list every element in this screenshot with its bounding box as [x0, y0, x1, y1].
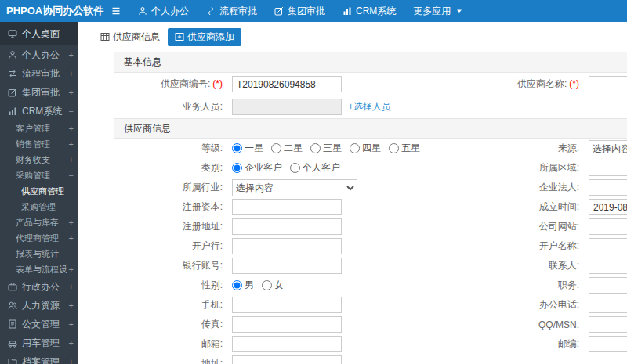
tab-supplier-add[interactable]: 供应商添加	[168, 28, 241, 46]
expand-toggle-icon[interactable]: +	[69, 357, 74, 364]
radio-input[interactable]	[262, 280, 272, 290]
sidebar-item-customer-management[interactable]: 客户管理+	[0, 121, 78, 136]
field-label: 联系人:	[475, 259, 589, 272]
expand-toggle-icon[interactable]: +	[69, 233, 74, 243]
expand-toggle-icon[interactable]: +	[69, 282, 74, 291]
position-input[interactable]	[589, 277, 627, 294]
expand-toggle-icon[interactable]: +	[69, 69, 74, 78]
radio-grade-3[interactable]: 三星	[310, 142, 342, 155]
radio-input[interactable]	[310, 143, 321, 153]
sidebar-item-personal-office[interactable]: 个人办公+	[0, 45, 78, 64]
address-input[interactable]	[232, 355, 342, 364]
sidebar-item-agent-management[interactable]: 代理商管理+	[0, 230, 78, 246]
radio-grade-1[interactable]: 一星	[232, 142, 263, 155]
tab-supplier-info[interactable]: 供应商信息	[100, 31, 160, 44]
sidebar-item-document-management[interactable]: 公文管理+	[0, 315, 78, 333]
radio-grade-5[interactable]: 五星	[389, 142, 420, 155]
supplier-name-input[interactable]	[589, 76, 627, 92]
form-row-industry: 所属行业: 选择内容 企业法人:	[114, 178, 627, 197]
expand-toggle-icon[interactable]: +	[69, 338, 74, 348]
email-input[interactable]	[232, 336, 342, 352]
bank-account-input[interactable]	[232, 258, 342, 274]
nav-item-process-approval[interactable]: 流程审批	[206, 5, 257, 18]
capital-input[interactable]	[232, 199, 342, 215]
reg-address-input[interactable]	[232, 218, 342, 235]
sidebar-item-purchase-management[interactable]: 采购管理−	[0, 168, 78, 183]
hamburger-icon[interactable]	[111, 6, 121, 16]
sidebar-item-product-inventory[interactable]: 产品与库存+	[0, 214, 78, 230]
expand-toggle-icon[interactable]: +	[69, 301, 74, 310]
legal-person-input[interactable]	[589, 179, 627, 196]
nav-item-more-apps[interactable]: 更多应用	[413, 5, 464, 18]
radio-input[interactable]	[232, 143, 242, 153]
radio-input[interactable]	[271, 143, 281, 153]
radio-input[interactable]	[350, 143, 360, 153]
fax-input[interactable]	[232, 316, 342, 333]
sidebar-item-personal-desktop[interactable]: 个人桌面	[0, 22, 78, 45]
sidebar-menu: 个人桌面个人办公+流程审批+集团审批+CRM系统−客户管理+销售管理+财务收支+…	[0, 22, 78, 364]
choose-person-link[interactable]: +选择人员	[348, 100, 391, 114]
sidebar-item-label: 人力资源	[22, 299, 63, 312]
sidebar-item-group-approval[interactable]: 集团审批+	[0, 83, 78, 102]
sidebar-item-purchase-management-sub[interactable]: 采购管理	[0, 199, 78, 214]
expand-toggle-icon[interactable]: −	[69, 106, 74, 116]
sidebar-item-archive-management[interactable]: 档案管理+	[0, 352, 78, 364]
expand-toggle-icon[interactable]: +	[69, 265, 74, 274]
sidebar-item-crm-system[interactable]: CRM系统−	[0, 102, 78, 121]
sidebar-item-finance[interactable]: 财务收支+	[0, 152, 78, 168]
office-phone-input[interactable]	[589, 297, 627, 313]
app-logo: PHPOA协同办公软件	[0, 4, 103, 18]
radio-input[interactable]	[389, 143, 399, 153]
mobile-input[interactable]	[232, 297, 342, 313]
sidebar-item-report-statistics[interactable]: 报表与统计	[0, 246, 78, 261]
expand-toggle-icon[interactable]: +	[69, 218, 74, 227]
contact-input[interactable]	[589, 258, 627, 274]
bank-input[interactable]	[232, 238, 342, 254]
radio-input[interactable]	[232, 280, 242, 290]
radio-label: 三星	[323, 142, 342, 155]
sidebar-item-form-flow-settings[interactable]: 表单与流程设置+	[0, 261, 78, 277]
supplier-code-input[interactable]	[232, 76, 342, 92]
sidebar-item-supplier-management[interactable]: 供应商管理	[0, 183, 78, 199]
radio-category-company[interactable]: 企业客户	[232, 161, 282, 175]
radio-gender-male[interactable]: 男	[232, 279, 254, 292]
form-row-reg-address: 注册地址: 公司网站:	[114, 217, 627, 236]
nav-item-crm-system[interactable]: CRM系统	[342, 5, 396, 18]
form-row-email: 邮箱: 邮编:	[114, 334, 627, 354]
radio-input[interactable]	[232, 163, 242, 173]
grade-radio-group: 一星 二星 三星 四星 五星	[232, 142, 475, 155]
expand-toggle-icon[interactable]: +	[69, 88, 74, 97]
sidebar-item-vehicle-management[interactable]: 用车管理+	[0, 333, 78, 352]
sidebar-item-label: 集团审批	[22, 86, 63, 99]
radio-gender-female[interactable]: 女	[262, 279, 284, 292]
radio-category-person[interactable]: 个人客户	[290, 161, 340, 175]
form-row-fax: 传真: QQ/MSN:	[114, 315, 627, 334]
radio-grade-2[interactable]: 二星	[271, 142, 303, 155]
sidebar-item-human-resources[interactable]: 人力资源+	[0, 296, 78, 315]
nav-item-personal-office[interactable]: 个人办公	[138, 5, 189, 18]
expand-toggle-icon[interactable]: +	[69, 139, 74, 149]
established-date-input[interactable]	[589, 199, 627, 215]
sidebar-item-process-approval[interactable]: 流程审批+	[0, 64, 78, 83]
radio-input[interactable]	[290, 163, 300, 173]
expand-toggle-icon[interactable]: +	[69, 319, 74, 329]
nav-item-group-approval[interactable]: 集团审批	[274, 5, 325, 18]
source-select[interactable]: 选择内容	[589, 140, 627, 157]
radio-grade-4[interactable]: 四星	[350, 142, 381, 155]
qq-input[interactable]	[589, 316, 627, 333]
sidebar-item-label: 流程审批	[22, 67, 63, 81]
sidebar-item-sales-management[interactable]: 销售管理+	[0, 136, 78, 152]
industry-select[interactable]: 选择内容	[232, 179, 357, 196]
website-input[interactable]	[589, 218, 627, 235]
zip-input[interactable]	[589, 336, 627, 352]
sidebar-item-label: 用车管理	[22, 337, 63, 350]
region-input[interactable]	[589, 160, 627, 176]
staff-input[interactable]	[232, 99, 342, 115]
sidebar-item-admin-office[interactable]: 行政办公+	[0, 277, 78, 296]
expand-toggle-icon[interactable]: +	[69, 50, 74, 59]
radio-label: 女	[274, 279, 284, 292]
expand-toggle-icon[interactable]: +	[69, 155, 74, 164]
expand-toggle-icon[interactable]: −	[69, 171, 74, 180]
account-name-input[interactable]	[589, 238, 627, 254]
expand-toggle-icon[interactable]: +	[69, 124, 74, 133]
